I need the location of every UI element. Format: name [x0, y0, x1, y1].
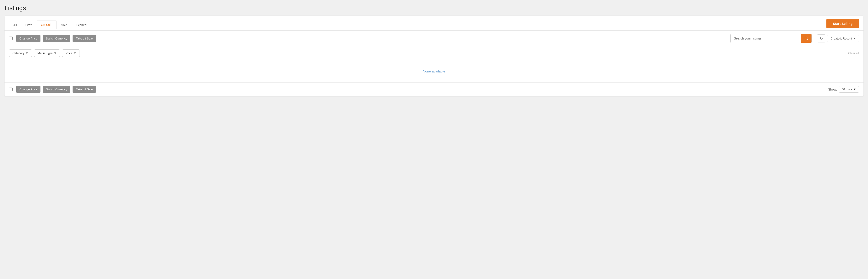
- tab-draft[interactable]: Draft: [21, 21, 37, 29]
- tabs-row: All Draft On Sale Sold Expired Start Sel…: [4, 16, 864, 31]
- rows-chevron-icon: ▼: [853, 88, 856, 91]
- take-off-sale-button[interactable]: Take off Sale: [72, 35, 96, 42]
- tab-expired[interactable]: Expired: [72, 21, 91, 29]
- bottom-left-actions: Change Price Switch Currency Take off Sa…: [9, 86, 96, 93]
- sort-label: Created: Recent: [831, 37, 852, 40]
- select-all-checkbox-wrapper: [9, 37, 13, 40]
- media-type-filter-button[interactable]: Media Type ▼: [34, 49, 60, 57]
- search-wrapper: [730, 34, 812, 43]
- price-filter-button[interactable]: Price ▼: [62, 49, 80, 57]
- clear-all-button[interactable]: Clear all: [848, 51, 859, 55]
- category-chevron-icon: ▼: [26, 51, 29, 55]
- bottom-right-controls: Show: 50 rows ▼: [828, 86, 859, 93]
- tab-on-sale[interactable]: On Sale: [37, 21, 57, 29]
- media-type-filter-label: Media Type: [37, 51, 53, 55]
- toolbar-row: Change Price Switch Currency Take off Sa…: [4, 31, 864, 46]
- tab-sold[interactable]: Sold: [57, 21, 72, 29]
- sort-chevron-icon: ▼: [853, 37, 856, 40]
- rows-per-page-button[interactable]: 50 rows ▼: [839, 86, 859, 93]
- bottom-select-all-checkbox-wrapper: [9, 88, 13, 91]
- price-chevron-icon: ▼: [73, 51, 76, 55]
- search-input[interactable]: [731, 34, 801, 42]
- filter-row: Category ▼ Media Type ▼ Price ▼ Clear al…: [4, 46, 864, 60]
- bottom-switch-currency-button[interactable]: Switch Currency: [43, 86, 70, 93]
- bottom-select-all-checkbox[interactable]: [9, 88, 13, 91]
- rows-per-page-label: 50 rows: [842, 88, 852, 91]
- main-card: All Draft On Sale Sold Expired Start Sel…: [4, 16, 864, 96]
- bottom-change-price-button[interactable]: Change Price: [16, 86, 40, 93]
- sort-select-button[interactable]: Created: Recent ▼: [827, 35, 859, 42]
- select-all-checkbox[interactable]: [9, 37, 13, 40]
- empty-state-text: None available: [423, 69, 445, 73]
- bottom-take-off-sale-button[interactable]: Take off Sale: [72, 86, 96, 93]
- refresh-icon: ↻: [820, 36, 823, 41]
- switch-currency-button[interactable]: Switch Currency: [43, 35, 70, 42]
- category-filter-label: Category: [12, 51, 24, 55]
- tabs-container: All Draft On Sale Sold Expired: [9, 21, 91, 29]
- show-label: Show:: [828, 88, 837, 91]
- category-filter-button[interactable]: Category ▼: [9, 49, 32, 57]
- search-button[interactable]: [801, 34, 811, 43]
- search-icon: [804, 36, 808, 40]
- media-type-chevron-icon: ▼: [54, 51, 57, 55]
- tab-all[interactable]: All: [9, 21, 21, 29]
- change-price-button[interactable]: Change Price: [16, 35, 40, 42]
- bottom-toolbar-row: Change Price Switch Currency Take off Sa…: [4, 82, 864, 96]
- price-filter-label: Price: [66, 51, 72, 55]
- start-selling-button[interactable]: Start Selling: [827, 19, 859, 28]
- page-title: Listings: [4, 4, 864, 12]
- sort-wrapper: ↻ Created: Recent ▼: [817, 34, 859, 42]
- refresh-button[interactable]: ↻: [817, 34, 825, 42]
- empty-state: None available: [4, 60, 864, 82]
